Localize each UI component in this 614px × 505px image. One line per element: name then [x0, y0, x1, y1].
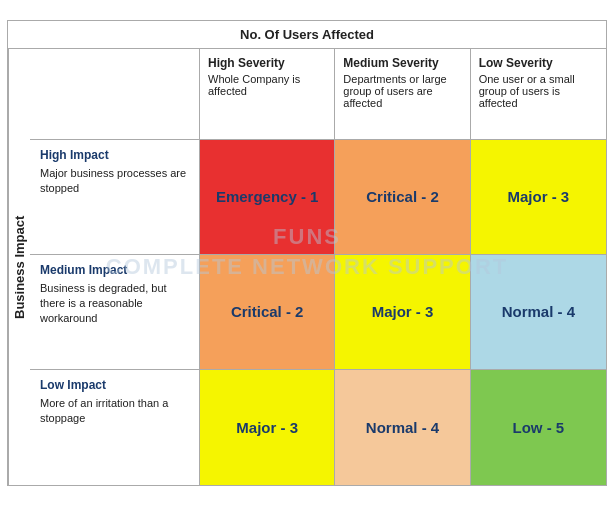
critical-2a-label: Critical - 2 [366, 188, 439, 205]
low-impact-desc: More of an irritation than a stoppage [40, 396, 189, 427]
low-severity-title: Low Severity [479, 56, 598, 70]
low-5-label: Low - 5 [512, 419, 564, 436]
high-severity-sub: Whole Company is affected [208, 73, 326, 97]
row-medium-impact: Medium Impact Business is degraded, but … [30, 255, 606, 370]
grid-content: High Severity Whole Company is affected … [30, 49, 606, 485]
major-3a-label: Major - 3 [507, 188, 569, 205]
cell-critical-2a: Critical - 2 [335, 140, 470, 254]
priority-matrix: FUNSCOMPLETE NETWORK SUPPORT No. Of User… [7, 20, 607, 486]
low-impact-title: Low Impact [40, 378, 189, 392]
low-severity-sub: One user or a small group of users is af… [479, 73, 598, 109]
cell-major-3b: Major - 3 [335, 255, 470, 369]
emergency-label: Emergency - 1 [216, 188, 319, 205]
cell-emergency: Emergency - 1 [200, 140, 335, 254]
cell-low-5: Low - 5 [471, 370, 606, 485]
high-severity-title: High Severity [208, 56, 326, 70]
medium-impact-title: Medium Impact [40, 263, 189, 277]
col-header-medium: Medium Severity Departments or large gro… [335, 49, 470, 139]
col-header-empty [30, 49, 200, 139]
row-label-high: High Impact Major business processes are… [30, 140, 200, 254]
data-rows: High Impact Major business processes are… [30, 140, 606, 485]
top-header: No. Of Users Affected [8, 21, 606, 49]
medium-impact-desc: Business is degraded, but there is a rea… [40, 281, 189, 327]
critical-2b-label: Critical - 2 [231, 303, 304, 320]
normal-4a-label: Normal - 4 [502, 303, 575, 320]
normal-4b-label: Normal - 4 [366, 419, 439, 436]
row-label-low: Low Impact More of an irritation than a … [30, 370, 200, 485]
row-low-impact: Low Impact More of an irritation than a … [30, 370, 606, 485]
main-grid: Business Impact High Severity Whole Comp… [8, 49, 606, 485]
cell-major-3c: Major - 3 [200, 370, 335, 485]
row-high-impact: High Impact Major business processes are… [30, 140, 606, 255]
major-3b-label: Major - 3 [372, 303, 434, 320]
col-header-low: Low Severity One user or a small group o… [471, 49, 606, 139]
cell-normal-4b: Normal - 4 [335, 370, 470, 485]
cell-major-3a: Major - 3 [471, 140, 606, 254]
major-3c-label: Major - 3 [236, 419, 298, 436]
high-impact-desc: Major business processes are stopped [40, 166, 189, 197]
cell-critical-2b: Critical - 2 [200, 255, 335, 369]
col-headers: High Severity Whole Company is affected … [30, 49, 606, 140]
chart-title: No. Of Users Affected [240, 27, 374, 42]
high-impact-title: High Impact [40, 148, 189, 162]
medium-severity-sub: Departments or large group of users are … [343, 73, 461, 109]
y-axis-label: Business Impact [8, 49, 30, 485]
col-header-high: High Severity Whole Company is affected [200, 49, 335, 139]
medium-severity-title: Medium Severity [343, 56, 461, 70]
cell-normal-4a: Normal - 4 [471, 255, 606, 369]
row-label-medium: Medium Impact Business is degraded, but … [30, 255, 200, 369]
